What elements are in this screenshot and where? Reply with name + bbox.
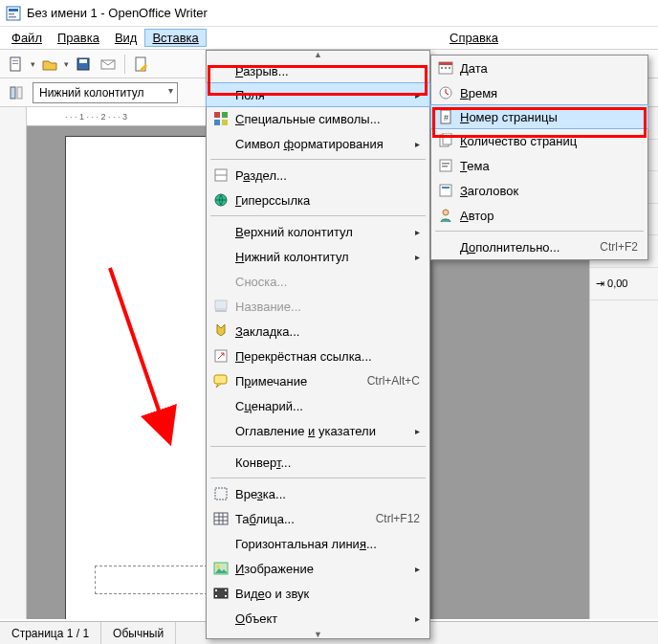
svg-rect-41 — [449, 67, 450, 69]
mi-movie-sound[interactable]: Видео и звук — [207, 581, 429, 606]
status-page: Страница 1 / 1 — [0, 622, 101, 644]
mi-cross-ref[interactable]: Перекрёстная ссылка... — [207, 344, 429, 368]
svg-rect-6 — [12, 63, 18, 64]
smi-time[interactable]: Время — [431, 80, 647, 105]
svg-rect-8 — [79, 59, 87, 63]
mi-section[interactable]: Раздел... — [207, 163, 429, 188]
mi-indexes[interactable]: Оглавление и указатели▸ — [207, 418, 429, 443]
svg-rect-13 — [214, 112, 220, 118]
ruler-marks: · · · 1 · · · 2 · · · 3 — [65, 112, 127, 122]
svg-rect-35 — [225, 589, 227, 591]
title-icon — [435, 183, 456, 198]
menu-scroll-up-icon[interactable]: ▲ — [207, 51, 429, 58]
new-doc-button[interactable] — [6, 54, 27, 75]
menu-help[interactable]: Справка — [442, 29, 506, 47]
mi-object[interactable]: Объект▸ — [207, 606, 429, 631]
menu-file[interactable]: Файл — [4, 29, 50, 47]
smi-date[interactable]: Дата — [431, 56, 647, 80]
separator — [210, 215, 426, 216]
svg-rect-48 — [442, 163, 450, 165]
table-icon — [210, 511, 231, 526]
mi-footnote[interactable]: Сноска... — [207, 269, 429, 294]
svg-rect-21 — [215, 310, 227, 312]
styles-button[interactable] — [6, 82, 27, 103]
comment-icon — [210, 373, 231, 389]
svg-rect-49 — [442, 166, 448, 167]
mi-bookmark[interactable]: Закладка... — [207, 319, 429, 344]
smi-page-count[interactable]: Количество страниц — [431, 128, 647, 153]
mi-fields[interactable]: Поля▸ — [206, 82, 430, 107]
menu-insert[interactable]: Вставка — [144, 29, 206, 47]
status-style: Обычный — [101, 622, 176, 644]
cross-ref-icon — [210, 348, 231, 364]
smi-title[interactable]: Заголовок — [431, 178, 647, 203]
mi-image[interactable]: Изображение▸ — [207, 556, 429, 581]
menu-scroll-down-icon[interactable]: ▼ — [207, 631, 429, 638]
mi-footer[interactable]: Нижний колонтитул▸ — [207, 244, 429, 269]
svg-rect-33 — [215, 589, 217, 591]
mi-envelope[interactable]: Конверт... — [207, 450, 429, 475]
fields-submenu-panel: Дата Время #Номер страницы Количество ст… — [430, 55, 648, 260]
menu-bar: Файл Правка Вид Вставка Справка — [0, 27, 658, 50]
section-icon — [210, 167, 231, 183]
hyperlink-icon — [210, 192, 231, 208]
svg-rect-51 — [442, 187, 450, 189]
paragraph-style-combo[interactable]: Нижний колонтитул — [33, 82, 178, 103]
sidebar-spacing-b[interactable]: ⇥ 0,00 — [590, 268, 658, 300]
mi-table[interactable]: Таблица...Ctrl+F12 — [207, 506, 429, 531]
open-button[interactable] — [39, 54, 60, 75]
separator — [210, 446, 426, 447]
svg-rect-25 — [214, 513, 228, 524]
separator — [124, 55, 125, 74]
date-icon — [435, 60, 456, 76]
separator — [210, 477, 426, 478]
page-count-icon — [435, 133, 456, 148]
svg-rect-16 — [222, 120, 228, 125]
vertical-ruler — [0, 107, 27, 619]
window-title: Без имени 1 - OpenOffice Writer — [27, 6, 208, 20]
smi-other[interactable]: Дополнительно...Ctrl+F2 — [431, 234, 647, 259]
mi-caption[interactable]: Название... — [207, 294, 429, 319]
svg-rect-15 — [214, 120, 220, 125]
svg-rect-23 — [214, 375, 227, 384]
svg-rect-20 — [215, 300, 227, 309]
mi-hline[interactable]: Горизонтальная линия... — [207, 531, 429, 556]
mi-special-chars[interactable]: Специальные символы... — [207, 106, 429, 131]
mail-button[interactable] — [98, 54, 119, 75]
save-button[interactable] — [73, 54, 94, 75]
mi-break[interactable]: Разрыв... — [207, 58, 429, 83]
menu-view[interactable]: Вид — [107, 29, 145, 47]
combo-value: Нижний колонтитул — [39, 86, 144, 100]
mi-script[interactable]: Сценарий... — [207, 393, 429, 418]
svg-rect-14 — [222, 112, 228, 118]
mi-comment[interactable]: ПримечаниеCtrl+Alt+C — [207, 368, 429, 393]
special-chars-icon — [210, 111, 231, 126]
svg-point-52 — [443, 210, 449, 215]
dropdown-caret-icon[interactable]: ▾ — [31, 59, 35, 69]
mi-frame[interactable]: Врезка... — [207, 481, 429, 506]
svg-rect-36 — [225, 595, 227, 597]
mi-header[interactable]: Верхний колонтитул▸ — [207, 219, 429, 244]
time-icon — [435, 85, 456, 100]
dropdown-caret-icon[interactable]: ▾ — [64, 59, 69, 69]
svg-rect-11 — [11, 87, 15, 99]
svg-rect-46 — [443, 133, 451, 144]
smi-page-number[interactable]: #Номер страницы — [430, 104, 648, 129]
menu-edit[interactable]: Правка — [50, 29, 107, 47]
author-icon — [435, 208, 456, 223]
svg-rect-34 — [215, 595, 217, 597]
svg-rect-2 — [9, 13, 14, 15]
svg-rect-50 — [440, 185, 451, 196]
mi-formatting-mark[interactable]: Символ форматирования▸ — [207, 131, 429, 156]
bookmark-icon — [210, 323, 231, 339]
svg-point-31 — [217, 566, 220, 568]
title-bar: Без имени 1 - OpenOffice Writer — [0, 0, 658, 27]
edit-doc-button[interactable] — [131, 54, 152, 75]
smi-subject[interactable]: Тема — [431, 153, 647, 178]
frame-icon — [210, 486, 231, 501]
svg-rect-38 — [439, 62, 452, 65]
smi-author[interactable]: Автор — [431, 203, 647, 228]
subject-icon — [435, 158, 456, 173]
mi-hyperlink[interactable]: Гиперссылка — [207, 188, 429, 212]
svg-rect-5 — [12, 60, 18, 61]
